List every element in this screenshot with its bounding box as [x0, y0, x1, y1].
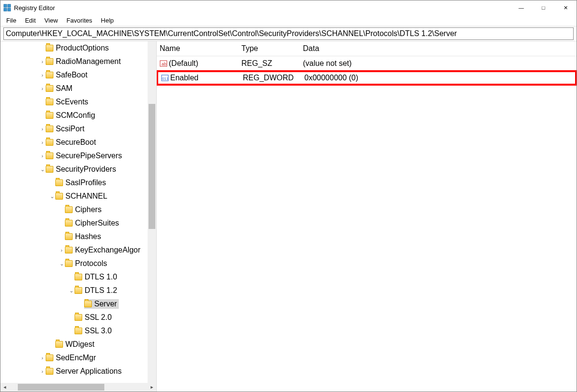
menu-edit[interactable]: Edit — [21, 16, 39, 25]
tree-item[interactable]: ›SecurePipeServers — [0, 149, 156, 163]
svg-rect-3 — [8, 8, 11, 11]
window-controls: — □ ✕ — [510, 0, 577, 15]
value-data: 0x00000000 (0) — [301, 74, 575, 82]
value-row[interactable]: ab(Default)REG_SZ(value not set) — [157, 56, 577, 71]
tree-item[interactable]: ›Server Applications — [0, 365, 156, 378]
tree-label: SCMConfig — [56, 111, 95, 120]
tree-label: SecurityProviders — [56, 165, 116, 174]
tree-item[interactable]: ProductOptions — [0, 41, 156, 55]
tree-label: Server Applications — [56, 367, 122, 376]
expand-icon[interactable]: › — [39, 368, 46, 374]
tree-label: ScEvents — [56, 98, 88, 106]
expand-icon[interactable]: › — [58, 247, 65, 253]
registry-tree[interactable]: ProductOptions›RadioManagement›SafeBoot›… — [0, 41, 156, 378]
tree-label: Ciphers — [75, 205, 101, 214]
tree-item[interactable]: ⌄Protocols — [0, 257, 156, 270]
tree-label: ScsiPort — [56, 125, 85, 133]
address-input[interactable] — [3, 27, 574, 40]
tree-item[interactable]: ›SAM — [0, 82, 156, 95]
tree-item[interactable]: Ciphers — [0, 203, 156, 216]
tree-item[interactable]: ScEvents — [0, 95, 156, 109]
folder-icon — [46, 85, 53, 92]
value-type: REG_DWORD — [240, 74, 301, 82]
menu-help[interactable]: Help — [97, 16, 118, 25]
svg-rect-0 — [4, 4, 7, 7]
tree-item[interactable]: ›RadioManagement — [0, 55, 156, 68]
folder-icon — [46, 126, 53, 132]
minimize-button[interactable]: — — [510, 0, 532, 15]
collapse-icon[interactable]: ⌄ — [68, 288, 75, 294]
tree-item[interactable]: ⌄DTLS 1.2 — [0, 284, 156, 297]
value-row[interactable]: 011EnabledREG_DWORD0x00000000 (0) — [157, 71, 577, 85]
folder-icon — [65, 206, 73, 213]
tree-label: SCHANNEL — [65, 192, 107, 201]
tree-label: SaslProfiles — [65, 178, 106, 187]
tree-horizontal-scrollbar[interactable]: ◄ ► — [0, 383, 156, 392]
tree-item[interactable]: ›SecureBoot — [0, 136, 156, 149]
tree-item[interactable]: SSL 3.0 — [0, 324, 156, 338]
tree-item[interactable]: SSL 2.0 — [0, 311, 156, 324]
close-button[interactable]: ✕ — [554, 0, 577, 15]
menu-file[interactable]: File — [2, 16, 20, 25]
tree-item[interactable]: ⌄SCHANNEL — [0, 190, 156, 203]
folder-icon — [65, 220, 73, 227]
folder-icon — [65, 260, 73, 267]
regedit-icon — [3, 4, 11, 12]
tree-label: DTLS 1.0 — [85, 273, 117, 281]
tree-item[interactable]: SaslProfiles — [0, 176, 156, 190]
expand-icon[interactable]: › — [39, 59, 46, 64]
tree-label: SSL 2.0 — [85, 313, 112, 322]
tree-item[interactable]: Hashes — [0, 230, 156, 243]
tree-item[interactable]: Server — [0, 297, 156, 311]
expand-icon[interactable]: › — [39, 72, 46, 78]
expand-icon[interactable]: › — [39, 153, 46, 159]
address-bar — [0, 26, 577, 41]
tree-item[interactable]: CipherSuites — [0, 216, 156, 230]
folder-icon — [84, 301, 92, 307]
header-type[interactable]: Type — [238, 43, 300, 54]
window-title: Registry Editor — [14, 4, 510, 12]
svg-text:011: 011 — [162, 76, 169, 81]
menubar: File Edit View Favorites Help — [0, 15, 577, 26]
folder-icon — [46, 99, 53, 105]
collapse-icon[interactable]: ⌄ — [39, 166, 46, 173]
value-type: REG_SZ — [238, 58, 300, 69]
content: ProductOptions›RadioManagement›SafeBoot›… — [0, 41, 577, 392]
menu-favorites[interactable]: Favorites — [63, 16, 96, 25]
collapse-icon[interactable]: ⌄ — [49, 193, 55, 200]
values-header: Name Type Data — [157, 41, 577, 56]
folder-icon — [46, 354, 53, 361]
tree-item[interactable]: DTLS 1.0 — [0, 270, 156, 284]
tree-item[interactable]: ⌄SecurityProviders — [0, 163, 156, 176]
collapse-icon[interactable]: ⌄ — [58, 261, 65, 267]
folder-icon — [55, 179, 63, 186]
expand-icon[interactable]: › — [39, 139, 46, 145]
tree-item[interactable]: SCMConfig — [0, 109, 156, 122]
expand-icon[interactable]: › — [39, 86, 46, 91]
tree-item[interactable]: ›KeyExchangeAlgor — [0, 243, 156, 257]
folder-icon — [75, 314, 82, 321]
tree-item[interactable]: ›SafeBoot — [0, 68, 156, 82]
tree-item[interactable]: ›ScsiPort — [0, 122, 156, 136]
header-data[interactable]: Data — [300, 43, 577, 54]
tree-label: SafeBoot — [56, 71, 88, 79]
folder-icon — [75, 328, 82, 334]
tree-item[interactable]: WDigest — [0, 338, 156, 351]
header-name[interactable]: Name — [157, 43, 238, 54]
folder-icon — [46, 58, 53, 65]
expand-icon[interactable]: › — [39, 355, 46, 361]
tree-vertical-scrollbar[interactable] — [148, 41, 156, 383]
svg-text:ab: ab — [162, 62, 166, 66]
menu-view[interactable]: View — [40, 16, 62, 25]
folder-icon — [75, 274, 82, 280]
svg-rect-1 — [8, 4, 11, 7]
tree-label: SecureBoot — [56, 138, 96, 147]
tree-label: Server — [94, 300, 117, 308]
expand-icon[interactable]: › — [39, 126, 46, 132]
tree-item[interactable]: ›SedEncMgr — [0, 351, 156, 365]
folder-icon — [65, 233, 73, 240]
maximize-button[interactable]: □ — [532, 0, 554, 15]
tree-label: SedEncMgr — [56, 354, 96, 362]
tree-label: DTLS 1.2 — [85, 286, 117, 295]
svg-rect-2 — [4, 8, 7, 11]
